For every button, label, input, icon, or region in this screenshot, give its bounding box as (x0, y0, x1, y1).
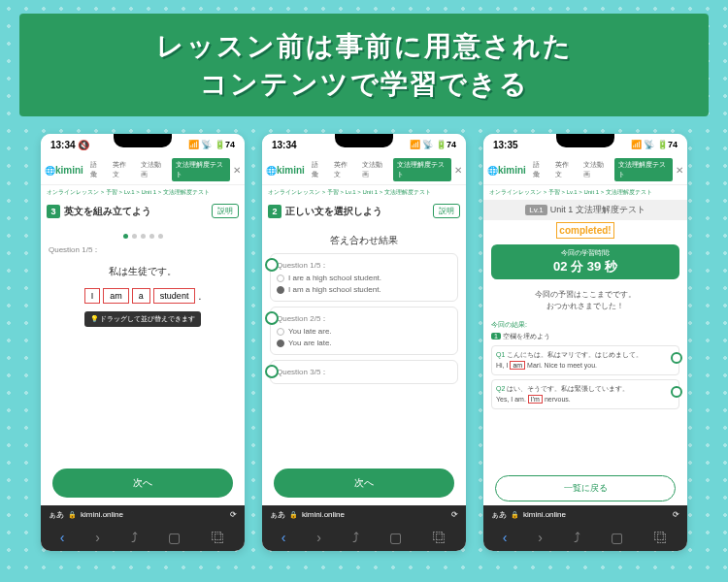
phone-2: 13:34 📶 📡 🔋74 kimini 語彙 英作文 文法動画 文法理解度テス… (262, 134, 466, 551)
tab-video[interactable]: 文法動画 (579, 158, 612, 181)
dot-1 (123, 234, 128, 239)
status-icons: 📶 📡 🔋74 (631, 140, 678, 149)
completion-message: 今回の予習はここまでです。 おつかれさまでした！ (483, 289, 687, 312)
share-icon[interactable]: ⤴ (574, 530, 580, 545)
radio-icon (277, 275, 284, 282)
browser-url-bar[interactable]: ぁあ 🔒 kimini.online ⟳ (41, 505, 245, 524)
forward-icon[interactable]: › (538, 530, 543, 545)
results-label: 今回の結果: (491, 320, 679, 330)
nav-tabs: 語彙 英作文 文法動画 文法理解度テスト (86, 158, 230, 181)
q2-option-2[interactable]: You are late. (277, 339, 451, 347)
word-4[interactable]: student (153, 288, 196, 304)
q3-label: Question 3/5： (277, 367, 451, 377)
tab-video[interactable]: 文法動画 (358, 158, 391, 181)
tab-vocab[interactable]: 語彙 (529, 158, 549, 181)
back-icon[interactable]: ‹ (281, 530, 286, 545)
phone-1: 13:34 🔇 📶 📡 🔋74 kimini 語彙 英作文 文法動画 文法理解度… (41, 134, 245, 551)
radio-icon (277, 328, 284, 336)
status-time: 13:34 (272, 140, 297, 150)
question-block-2: Question 2/5： You late are. You are late… (270, 307, 458, 355)
promo-banner: レッスン前は事前に用意された コンテンツで学習できる (19, 14, 709, 116)
dot-3 (141, 234, 146, 239)
section-number: 2 (268, 205, 281, 218)
bookmarks-icon[interactable]: ▢ (389, 530, 402, 545)
app-header: kimini 語彙 英作文 文法動画 文法理解度テスト ✕ (262, 155, 466, 185)
breadcrumb[interactable]: オンラインレッスン > 予習 > Lv.1 > Unit 1 > 文法理解度テス… (41, 185, 245, 200)
tab-video[interactable]: 文法動画 (137, 158, 170, 181)
content-area: 答え合わせ結果 Question 1/5： I are a high schoo… (262, 222, 466, 461)
tab-writing[interactable]: 英作文 (551, 158, 578, 181)
app-logo[interactable]: kimini (266, 165, 305, 176)
word-3[interactable]: a (132, 288, 150, 304)
tab-test[interactable]: 文法理解度テスト (172, 158, 230, 181)
timer-label: 今回の学習時間: (495, 248, 676, 258)
app-header: kimini 語彙 英作文 文法動画 文法理解度テスト ✕ (483, 155, 687, 185)
next-button[interactable]: 次へ (274, 469, 454, 498)
tabs-icon[interactable]: ⿻ (654, 530, 668, 545)
browser-url-bar[interactable]: ぁあ 🔒 kimini.online ⟳ (262, 505, 466, 524)
tab-test[interactable]: 文法理解度テスト (393, 158, 451, 181)
browser-nav: ‹ › ⤴ ▢ ⿻ (483, 524, 687, 551)
app-header: kimini 語彙 英作文 文法動画 文法理解度テスト ✕ (41, 155, 245, 185)
reload-icon[interactable]: ⟳ (673, 510, 679, 519)
q1-option-1[interactable]: I are a high school student. (277, 274, 451, 282)
bookmarks-icon[interactable]: ▢ (168, 530, 181, 545)
tabs-icon[interactable]: ⿻ (433, 530, 447, 545)
breadcrumb[interactable]: オンラインレッスン > 予習 > Lv.1 > Unit 1 > 文法理解度テス… (262, 185, 466, 200)
reload-icon[interactable]: ⟳ (451, 510, 458, 519)
word-arrangement: I am a student . (49, 288, 237, 304)
close-icon[interactable]: ✕ (233, 165, 241, 176)
back-icon[interactable]: ‹ (60, 530, 65, 545)
bookmarks-icon[interactable]: ▢ (611, 530, 623, 545)
word-1[interactable]: I (84, 288, 101, 304)
text-size-icon[interactable]: ぁあ (49, 509, 64, 520)
dot-4 (149, 234, 154, 239)
correct-icon (671, 352, 682, 364)
result-q1: Q1 こんにちは。私はマリです。はじめまして。 Hi, I am Mari. N… (491, 345, 679, 375)
forward-icon[interactable]: › (95, 530, 100, 545)
back-to-list-button[interactable]: 一覧に戻る (495, 475, 676, 501)
share-icon[interactable]: ⤴ (352, 530, 359, 545)
q1-number: Q1 (496, 351, 505, 358)
notch (556, 134, 614, 147)
share-icon[interactable]: ⤴ (131, 530, 138, 545)
browser-url-bar[interactable]: ぁあ 🔒 kimini.online ⟳ (483, 505, 687, 524)
nav-tabs: 語彙 英作文 文法動画 文法理解度テスト (308, 158, 451, 181)
reload-icon[interactable]: ⟳ (230, 510, 237, 519)
app-logo[interactable]: kimini (45, 165, 83, 176)
breadcrumb[interactable]: オンラインレッスン > 予習 > Lv.1 > Unit 1 > 文法理解度テス… (483, 185, 687, 200)
lock-icon: 🔒 (511, 511, 519, 519)
section-title-text: 正しい文を選択しよう (285, 205, 382, 218)
tab-writing[interactable]: 英作文 (330, 158, 356, 181)
text-size-icon[interactable]: ぁあ (270, 509, 285, 520)
tab-vocab[interactable]: 語彙 (308, 158, 328, 181)
notch (114, 134, 172, 147)
tabs-icon[interactable]: ⿻ (212, 530, 225, 545)
section-header: 3 英文を組み立てよう 説明 (41, 200, 245, 222)
explain-button[interactable]: 説明 (433, 204, 460, 218)
q1-label: Question 1/5： (277, 260, 451, 271)
q2-number: Q2 (496, 385, 505, 392)
tab-writing[interactable]: 英作文 (109, 158, 135, 181)
forward-icon[interactable]: › (316, 530, 321, 545)
explain-button[interactable]: 説明 (212, 204, 239, 218)
question-text: 私は生徒です。 (49, 265, 237, 278)
banner-line1: レッスン前は事前に用意された (29, 27, 699, 65)
tab-vocab[interactable]: 語彙 (86, 158, 107, 181)
level-title: Lv.1Unit 1 文法理解度テスト (483, 200, 687, 220)
back-icon[interactable]: ‹ (503, 530, 508, 545)
q2-answer: I'm (528, 395, 543, 404)
next-button[interactable]: 次へ (52, 469, 233, 498)
tab-test[interactable]: 文法理解度テスト (614, 158, 673, 181)
result-q2: Q2 はい、そうです。私は緊張しています。 Yes, I am. I'm ner… (491, 379, 679, 409)
url-text: kimini.online (523, 510, 566, 519)
close-icon[interactable]: ✕ (454, 165, 462, 176)
q2-option-1[interactable]: You late are. (277, 327, 451, 336)
close-icon[interactable]: ✕ (676, 165, 683, 176)
word-2[interactable]: am (103, 288, 129, 304)
text-size-icon[interactable]: ぁあ (491, 509, 507, 520)
q1-option-2[interactable]: I am a high school student. (277, 285, 451, 294)
app-logo[interactable]: kimini (487, 165, 526, 176)
q2-label: Question 2/5： (277, 313, 451, 324)
section-title-text: 英文を組み立てよう (64, 205, 151, 218)
